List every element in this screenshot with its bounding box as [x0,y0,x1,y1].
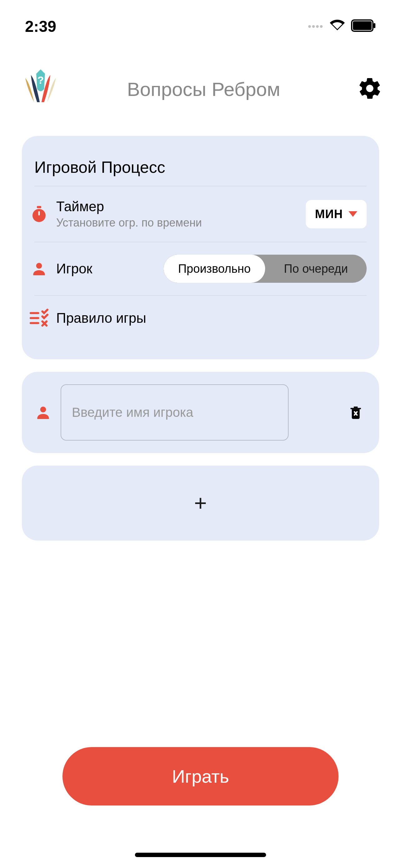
timer-sublabel: Установите огр. по времени [56,216,300,229]
player-input-card [22,372,379,453]
wifi-icon [330,17,345,36]
timer-label: Таймер [56,199,300,214]
timer-dropdown[interactable]: МИН [306,200,367,228]
svg-point-7 [36,263,42,269]
player-order-segmented: Произвольно По очереди [164,255,367,283]
player-icon [28,260,50,277]
play-button[interactable]: Играть [63,747,338,806]
segment-random[interactable]: Произвольно [164,255,265,283]
content: Игровой Процесс Таймер Установите огр. п… [0,123,401,553]
player-order-text: Игрок [56,261,157,277]
svg-rect-4 [37,206,41,208]
plus-icon: + [194,491,207,516]
player-name-input[interactable] [61,384,289,440]
status-time: 2:39 [25,18,56,36]
svg-rect-6 [38,211,40,216]
status-right: •••• [308,17,376,36]
rules-text: Правило игры [56,310,367,326]
rules-icon [28,308,50,328]
add-player-button[interactable]: + [22,466,379,540]
timer-icon [28,205,50,223]
timer-dropdown-label: МИН [315,208,343,221]
page-title: Вопросы Ребром [50,78,357,100]
settings-button[interactable] [357,76,382,102]
status-bar: 2:39 •••• [0,0,401,42]
svg-rect-1 [353,21,372,30]
rules-row[interactable]: Правило игры [34,296,367,341]
timer-row: Таймер Установите огр. по времени МИН [34,186,367,242]
player-order-row: Игрок Произвольно По очереди [34,242,367,296]
caret-down-icon [348,211,357,217]
rules-label: Правило игры [56,310,367,326]
app-logo-icon: ? [19,67,63,111]
player-avatar-icon [34,404,52,421]
delete-player-button[interactable] [348,405,364,420]
svg-rect-2 [373,23,375,28]
signal-dots-icon: •••• [308,21,324,32]
svg-point-13 [40,406,46,412]
svg-point-5 [32,209,45,222]
gameplay-card: Игровой Процесс Таймер Установите огр. п… [22,136,379,359]
timer-text: Таймер Установите огр. по времени [56,199,300,229]
home-indicator[interactable] [135,853,266,857]
player-order-label: Игрок [56,261,157,277]
svg-text:?: ? [37,74,44,86]
app-header: ? Вопросы Ребром [0,42,401,123]
segment-sequential[interactable]: По очереди [265,255,367,283]
battery-icon [351,18,376,36]
gameplay-section-title: Игровой Процесс [34,158,367,186]
